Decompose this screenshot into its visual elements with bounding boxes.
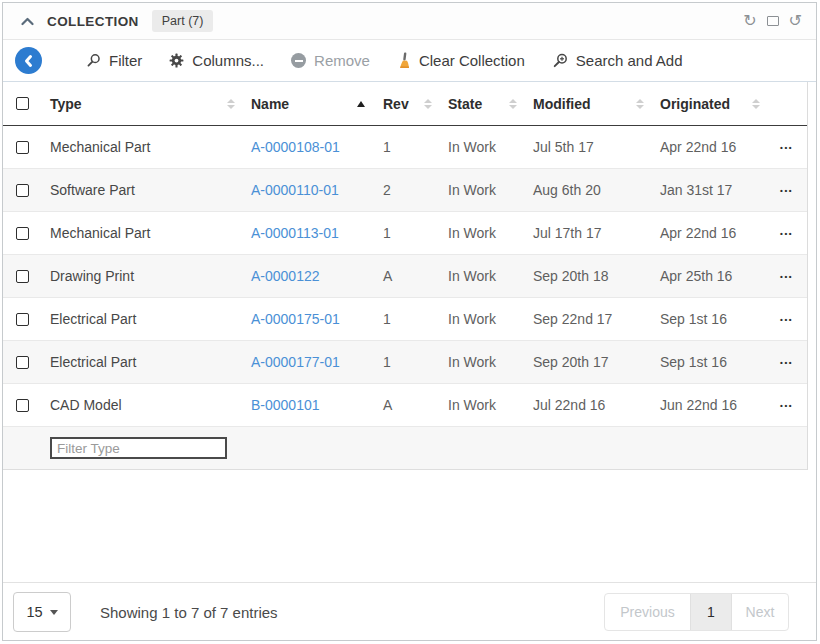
row-rev: A	[383, 397, 448, 413]
row-rev: 1	[383, 139, 448, 155]
column-header-name[interactable]: Name	[251, 96, 383, 112]
table-row: Drawing PrintA-0000122AIn WorkSep 20th 1…	[3, 255, 807, 298]
previous-page-button[interactable]: Previous	[605, 594, 690, 630]
chevron-left-icon	[22, 54, 36, 68]
row-name-cell: B-0000101	[251, 397, 383, 413]
row-actions-menu-icon[interactable]: •••	[780, 143, 793, 152]
row-type: Electrical Part	[50, 311, 251, 327]
columns-button[interactable]: Columns...	[169, 52, 264, 69]
row-checkbox-cell	[3, 313, 50, 326]
row-name-link[interactable]: A-0000177-01	[251, 354, 340, 370]
toolbar: Filter	[3, 40, 816, 82]
row-name-link[interactable]: B-0000101	[251, 397, 320, 413]
back-button[interactable]	[15, 47, 42, 74]
row-name-link[interactable]: A-0000108-01	[251, 139, 340, 155]
row-checkbox[interactable]	[16, 184, 29, 197]
column-header-rev[interactable]: Rev	[383, 96, 448, 112]
magnifier-icon	[86, 53, 101, 68]
part-count-badge: Part (7)	[152, 10, 214, 32]
column-header-state[interactable]: State	[448, 96, 533, 112]
column-label-modified: Modified	[533, 96, 591, 112]
filter-row	[3, 427, 807, 470]
row-type: Electrical Part	[50, 354, 251, 370]
caret-down-icon	[50, 610, 58, 615]
row-name-link[interactable]: A-0000113-01	[251, 225, 339, 241]
column-label-type: Type	[50, 96, 82, 112]
row-name-cell: A-0000175-01	[251, 311, 383, 327]
row-actions-menu-icon[interactable]: •••	[780, 315, 793, 324]
table-row: Software PartA-0000110-012In WorkAug 6th…	[3, 169, 807, 212]
row-name-link[interactable]: A-0000175-01	[251, 311, 340, 327]
restore-window-square	[767, 16, 779, 26]
remove-label: Remove	[314, 52, 370, 69]
row-checkbox[interactable]	[16, 399, 29, 412]
table-row: Mechanical PartA-0000113-011In WorkJul 1…	[3, 212, 807, 255]
row-originated: Sep 1st 16	[660, 311, 776, 327]
row-name-cell: A-0000108-01	[251, 139, 383, 155]
page-size-select[interactable]: 15	[13, 592, 71, 632]
next-page-button[interactable]: Next	[732, 594, 788, 630]
broom-icon	[397, 52, 411, 69]
search-and-add-label: Search and Add	[576, 52, 683, 69]
row-actions-cell: •••	[776, 358, 807, 367]
row-modified: Jul 22nd 16	[533, 397, 660, 413]
row-name-link[interactable]: A-0000110-01	[251, 182, 339, 198]
row-actions-cell: •••	[776, 143, 807, 152]
column-header-originated[interactable]: Originated	[660, 96, 776, 112]
row-actions-cell: •••	[776, 315, 807, 324]
row-state: In Work	[448, 397, 533, 413]
select-all-checkbox[interactable]	[16, 97, 29, 110]
row-checkbox[interactable]	[16, 270, 29, 283]
sort-ascending-icon-name	[357, 101, 365, 107]
row-checkbox-cell	[3, 184, 50, 197]
row-name-link[interactable]: A-0000122	[251, 268, 320, 284]
restore-window-icon[interactable]	[767, 16, 779, 26]
row-actions-cell: •••	[776, 186, 807, 195]
row-modified: Jul 17th 17	[533, 225, 660, 241]
current-page-button[interactable]: 1	[690, 594, 732, 630]
row-actions-menu-icon[interactable]: •••	[780, 229, 793, 238]
refresh-icon[interactable]: ↻	[743, 13, 756, 29]
row-name-cell: A-0000177-01	[251, 354, 383, 370]
clear-collection-button[interactable]: Clear Collection	[397, 52, 525, 69]
collection-table: Type Name Rev State Modified Originated	[3, 82, 808, 470]
column-header-type[interactable]: Type	[50, 96, 251, 112]
row-state: In Work	[448, 225, 533, 241]
column-label-rev: Rev	[383, 96, 409, 112]
panel-title: COLLECTION	[47, 14, 139, 29]
row-actions-menu-icon[interactable]: •••	[780, 186, 793, 195]
row-checkbox[interactable]	[16, 141, 29, 154]
row-type: Mechanical Part	[50, 139, 251, 155]
collapse-chevron-up-icon[interactable]	[21, 17, 34, 26]
table-footer: 15 Showing 1 to 7 of 7 entries Previous …	[3, 582, 816, 640]
row-checkbox[interactable]	[16, 356, 29, 369]
row-type: Software Part	[50, 182, 251, 198]
remove-button[interactable]: Remove	[291, 52, 370, 69]
panel-header: COLLECTION Part (7) ↻ ↺	[3, 3, 816, 40]
row-rev: A	[383, 268, 448, 284]
row-actions-menu-icon[interactable]: •••	[780, 272, 793, 281]
magnifier-plus-icon	[552, 53, 568, 69]
row-actions-menu-icon[interactable]: •••	[780, 401, 793, 410]
column-label-originated: Originated	[660, 96, 730, 112]
row-name-cell: A-0000113-01	[251, 225, 383, 241]
row-checkbox-cell	[3, 356, 50, 369]
row-checkbox[interactable]	[16, 227, 29, 240]
filter-type-input[interactable]	[50, 437, 227, 459]
row-type: Mechanical Part	[50, 225, 251, 241]
sort-icon-type	[227, 99, 235, 109]
remove-minus-icon	[291, 53, 306, 68]
column-header-modified[interactable]: Modified	[533, 96, 660, 112]
search-and-add-button[interactable]: Search and Add	[552, 52, 683, 69]
row-modified: Jul 5th 17	[533, 139, 660, 155]
row-checkbox[interactable]	[16, 313, 29, 326]
row-rev: 1	[383, 225, 448, 241]
row-actions-cell: •••	[776, 229, 807, 238]
undo-icon[interactable]: ↺	[789, 13, 802, 29]
gear-icon	[169, 53, 184, 68]
filter-button[interactable]: Filter	[86, 52, 142, 69]
row-originated: Apr 22nd 16	[660, 139, 776, 155]
row-actions-menu-icon[interactable]: •••	[780, 358, 793, 367]
column-label-name: Name	[251, 96, 289, 112]
row-originated: Apr 22nd 16	[660, 225, 776, 241]
